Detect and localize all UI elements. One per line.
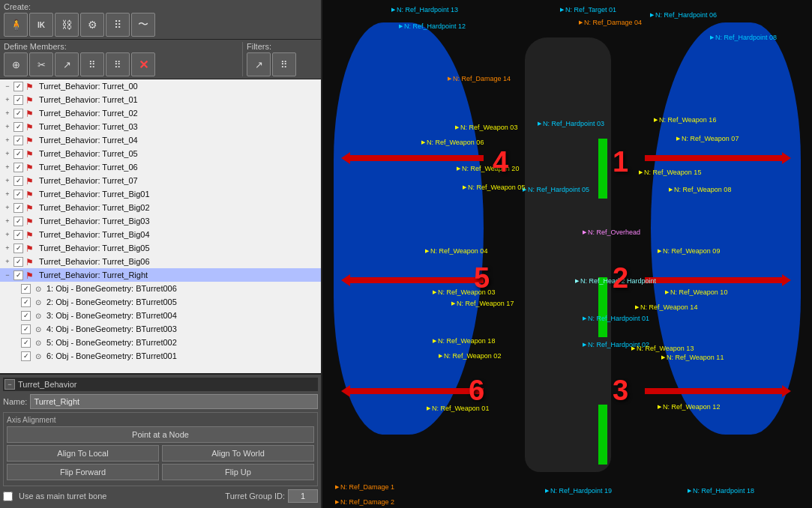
vp-label-3: N: Ref_Damage 04	[579, 19, 642, 26]
tree-item-5[interactable]: +Turret_Behavior: Turret_05	[0, 147, 321, 160]
tree-check-16[interactable]	[21, 297, 31, 307]
create-wave-btn[interactable]: 〜	[131, 13, 155, 37]
tree-check-12[interactable]	[13, 244, 23, 253]
tree-check-19[interactable]	[21, 338, 31, 348]
tree-check-15[interactable]	[21, 284, 31, 294]
flip-forward-btn[interactable]: Flip Forward	[7, 464, 159, 480]
tree-expand-icon-6[interactable]: +	[3, 163, 12, 172]
tree-check-8[interactable]	[13, 190, 23, 199]
tree-item-0[interactable]: −Turret_Behavior: Turret_00	[0, 79, 321, 93]
align-to-local-btn[interactable]: Align To Local	[7, 445, 159, 462]
tree-expand-icon-7[interactable]: +	[3, 176, 12, 185]
tree-check-0[interactable]	[13, 82, 23, 91]
tree-check-11[interactable]	[13, 230, 23, 240]
tree-check-17[interactable]	[21, 311, 31, 321]
tree-list[interactable]: −Turret_Behavior: Turret_00+Turret_Behav…	[0, 79, 321, 373]
point-at-node-btn[interactable]: Point at a Node	[7, 426, 314, 443]
tree-expand-icon-3[interactable]: +	[3, 122, 12, 131]
edit-member-btn[interactable]: ✂	[29, 52, 53, 76]
tree-expand-icon-8[interactable]: +	[3, 190, 12, 199]
tree-label-1: Turret_Behavior: Turret_01	[39, 95, 138, 104]
tree-expand-icon-0[interactable]: −	[3, 82, 12, 91]
tree-item-6[interactable]: +Turret_Behavior: Turret_06	[0, 160, 321, 174]
tree-item-19[interactable]: ⊙5: Obj - BoneGeometry: BTurret002	[0, 336, 321, 349]
tree-check-3[interactable]	[13, 122, 23, 132]
members-dots2-btn[interactable]: ⠿	[106, 52, 130, 76]
tree-expand-icon-2[interactable]: +	[3, 109, 12, 118]
tree-item-12[interactable]: +Turret_Behavior: Turret_Big05	[0, 241, 321, 255]
create-person-btn[interactable]: 🧍	[4, 13, 28, 37]
tree-check-4[interactable]	[13, 136, 23, 145]
tree-item-10[interactable]: +Turret_Behavior: Turret_Big03	[0, 214, 321, 228]
filter2-btn[interactable]: ⠿	[272, 52, 296, 76]
turret-group-input[interactable]	[288, 489, 318, 503]
create-dots-btn[interactable]: ⠿	[106, 13, 130, 37]
tree-check-9[interactable]	[13, 203, 23, 213]
members-section: Define Members: ⊕ ✂ ↗ ⠿ ⠿ ✕	[4, 42, 242, 76]
tree-expand-icon-1[interactable]: +	[3, 95, 12, 104]
align-to-world-btn[interactable]: Align To World	[162, 445, 314, 462]
tree-check-7[interactable]	[13, 176, 23, 186]
tree-check-13[interactable]	[13, 257, 23, 267]
tree-check-14[interactable]	[13, 270, 23, 280]
tree-expand-icon-5[interactable]: +	[3, 149, 12, 158]
tree-check-5[interactable]	[13, 149, 23, 159]
vp-label-33: N: Ref_Damage 1	[335, 483, 394, 491]
select-member-btn[interactable]: ↗	[55, 52, 79, 76]
tree-item-8[interactable]: +Turret_Behavior: Turret_Big01	[0, 187, 321, 201]
tree-check-18[interactable]	[21, 324, 31, 334]
tree-item-18[interactable]: ⊙4: Obj - BoneGeometry: BTurret003	[0, 322, 321, 336]
tree-check-10[interactable]	[13, 217, 23, 226]
viewport[interactable]: N: Ref_Hardpoint 13N: Ref_Target 01N: Re…	[322, 0, 812, 508]
use-main-check[interactable]	[3, 492, 13, 501]
tree-expand-icon-13[interactable]: +	[3, 257, 12, 266]
tree-check-6[interactable]	[13, 163, 23, 172]
vp-label-25: N: Ref_Hardpoint 01	[583, 315, 649, 322]
tree-item-13[interactable]: +Turret_Behavior: Turret_Big06	[0, 255, 321, 268]
tree-expand-icon-10[interactable]: +	[3, 217, 12, 226]
tree-item-14[interactable]: −Turret_Behavior: Turret_Right	[0, 268, 321, 282]
tree-item-9[interactable]: +Turret_Behavior: Turret_Big02	[0, 201, 321, 214]
tree-expand-icon-14[interactable]: −	[3, 270, 12, 279]
name-input[interactable]	[30, 394, 318, 409]
create-gear-btn[interactable]: ⚙	[80, 13, 104, 37]
tree-check-2[interactable]	[13, 109, 23, 118]
flip-up-btn[interactable]: Flip Up	[162, 464, 314, 480]
filter1-btn[interactable]: ↗	[247, 52, 271, 76]
tree-item-1[interactable]: +Turret_Behavior: Turret_01	[0, 93, 321, 106]
tree-label-15: 1: Obj - BoneGeometry: BTurret006	[46, 284, 177, 293]
tree-label-17: 3: Obj - BoneGeometry: BTurret004	[46, 311, 177, 320]
collapse-btn[interactable]: −	[4, 379, 15, 390]
tree-item-7[interactable]: +Turret_Behavior: Turret_07	[0, 174, 321, 187]
red-arrow-right-3	[645, 388, 784, 394]
tree-item-3[interactable]: +Turret_Behavior: Turret_03	[0, 120, 321, 133]
add-member-btn[interactable]: ⊕	[4, 52, 28, 76]
create-chain-btn[interactable]: ⛓	[55, 13, 79, 37]
vp-label-6: N: Ref_Damage 14	[448, 75, 511, 82]
tree-expand-icon-9[interactable]: +	[3, 203, 12, 212]
tree-item-15[interactable]: ⊙1: Obj - BoneGeometry: BTurret006	[0, 282, 321, 295]
vp-label-23: N: Ref_Weapon 17	[451, 300, 514, 307]
members-dots-btn[interactable]: ⠿	[80, 52, 104, 76]
tree-item-17[interactable]: ⊙3: Obj - BoneGeometry: BTurret004	[0, 309, 321, 322]
tree-check-1[interactable]	[13, 95, 23, 105]
tree-item-16[interactable]: ⊙2: Obj - BoneGeometry: BTurret005	[0, 295, 321, 309]
tree-label-19: 5: Obj - BoneGeometry: BTurret002	[46, 338, 177, 347]
vp-label-24: N: Ref_Weapon 14	[635, 303, 697, 311]
tree-item-11[interactable]: +Turret_Behavior: Turret_Big04	[0, 228, 321, 241]
tree-expand-icon-12[interactable]: +	[3, 244, 12, 253]
bottom-title-bar: − Turret_Behavior	[3, 378, 318, 391]
tree-item-4[interactable]: +Turret_Behavior: Turret_04	[0, 133, 321, 147]
tree-item-20[interactable]: ⊙6: Obj - BoneGeometry: BTurret001	[0, 349, 321, 363]
turret-group-row: Turret Group ID:	[225, 489, 318, 503]
tree-check-20[interactable]	[21, 351, 31, 361]
vp-label-13: N: Ref_Weapon 15	[639, 169, 701, 176]
remove-member-btn[interactable]: ✕	[131, 52, 155, 76]
tree-expand-icon-11[interactable]: +	[3, 230, 12, 239]
tree-item-2[interactable]: +Turret_Behavior: Turret_02	[0, 106, 321, 120]
create-ik-btn[interactable]: IK	[29, 13, 53, 37]
flag-icon-8	[25, 189, 37, 199]
bone-icon-15: ⊙	[32, 283, 44, 294]
tree-expand-icon-4[interactable]: +	[3, 136, 12, 145]
axis-alignment-label: Axis Alignment	[7, 416, 314, 424]
